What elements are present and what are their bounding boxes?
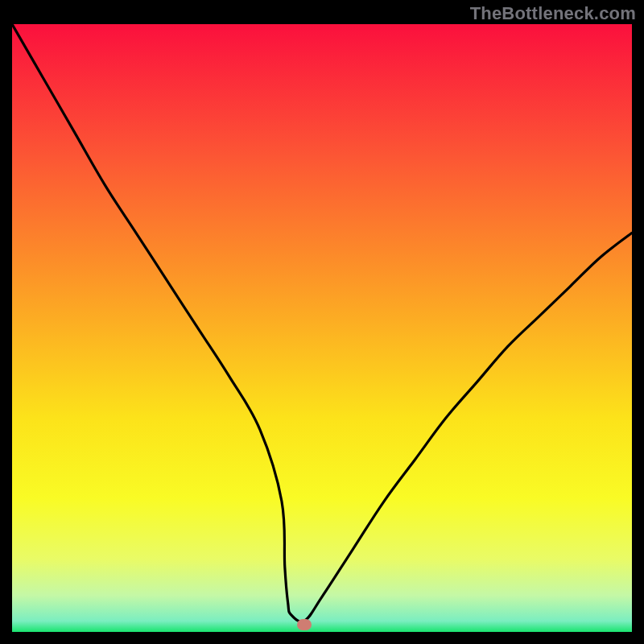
- plot-area: [12, 24, 632, 632]
- watermark-text: TheBottleneck.com: [470, 3, 636, 24]
- minimum-marker: [297, 619, 312, 630]
- bottleneck-curve: [12, 24, 632, 632]
- chart-frame: TheBottleneck.com: [0, 0, 644, 644]
